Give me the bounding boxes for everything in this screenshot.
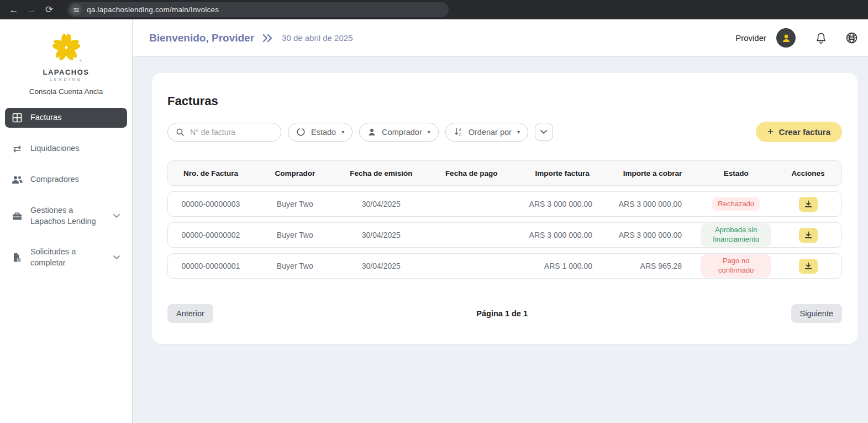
browser-back-icon[interactable]: ←	[7, 3, 21, 17]
sidebar-item-liquidaciones[interactable]: ⇄ Liquidaciones	[5, 139, 127, 159]
caret-down-icon: ▾	[428, 129, 430, 135]
browser-forward-icon[interactable]: →	[24, 3, 39, 17]
header-date: 30 de abril de 2025	[282, 33, 353, 43]
welcome-text: Bienvenido, Provider	[149, 32, 254, 44]
table-grid-icon	[12, 113, 23, 123]
issue-date: 30/04/2025	[336, 231, 426, 239]
console-label: Consola Cuenta Ancla	[0, 87, 132, 96]
ordenar-por-dropdown[interactable]: AZ Ordenar por ▾	[445, 123, 528, 142]
briefcase-icon	[12, 212, 23, 221]
person-icon	[781, 33, 792, 44]
sidebar-item-label: Compradores	[30, 174, 79, 185]
brand-name: LAPACHOS	[0, 68, 132, 76]
receivable-amount: ARS 3 000 000.00	[608, 200, 697, 208]
sidebar-item-compradores[interactable]: Compradores	[5, 170, 127, 190]
svg-text:Z: Z	[459, 132, 461, 137]
buyer-name: Buyer Two	[254, 231, 336, 239]
create-invoice-label: Crear factura	[779, 127, 830, 137]
page-info: Página 1 de 1	[476, 309, 528, 318]
double-chevron-icon	[262, 34, 273, 43]
caret-down-icon: ▾	[517, 129, 520, 135]
more-filters-toggle[interactable]	[535, 123, 553, 141]
table-row: 00000-00000001 Buyer Two 30/04/2025 ARS …	[167, 253, 842, 279]
table-header: Nro. de Factura Comprador Fecha de emisi…	[167, 160, 842, 186]
sidebar-item-label: Gestiones a Lapachos Lending	[30, 205, 105, 227]
invoice-number: 00000-00000003	[168, 200, 254, 208]
notifications-bell-icon[interactable]	[816, 32, 827, 44]
status-badge: Aprobada sin financiamiento	[701, 223, 771, 247]
status-badge: Pago no confirmado	[701, 254, 771, 278]
next-page-button[interactable]: Siguiente	[791, 304, 842, 323]
page-header: Bienvenido, Provider 30 de abril de 2025…	[133, 19, 868, 57]
person-icon	[367, 128, 376, 137]
comprador-filter-dropdown[interactable]: Comprador ▾	[359, 123, 439, 142]
pagination: Anterior Página 1 de 1 Siguiente	[167, 304, 842, 323]
sidebar-item-label: Facturas	[30, 112, 61, 123]
download-invoice-button[interactable]	[799, 228, 818, 243]
browser-reload-icon[interactable]: ⟳	[42, 3, 56, 17]
receivable-amount: ARS 3 000 000.00	[608, 231, 697, 239]
estado-filter-dropdown[interactable]: Estado ▾	[288, 123, 353, 142]
language-globe-icon[interactable]	[845, 32, 858, 44]
user-name: Provider	[735, 33, 766, 43]
sidebar-item-gestiones[interactable]: Gestiones a Lapachos Lending	[5, 201, 127, 231]
invoice-amount: ARS 3 000 000.00	[517, 231, 608, 239]
column-header: Importe a cobrar	[608, 169, 697, 177]
status-loader-icon	[296, 127, 306, 137]
previous-page-button[interactable]: Anterior	[167, 304, 213, 323]
ordenar-filter-label: Ordenar por	[469, 128, 512, 137]
download-icon	[804, 231, 812, 239]
chevron-down-icon	[540, 129, 548, 134]
table-row: 00000-00000003 Buyer Two 30/04/2025 ARS …	[167, 191, 842, 217]
sidebar-item-facturas[interactable]: Facturas	[5, 108, 127, 128]
create-invoice-button[interactable]: + Crear factura	[756, 122, 842, 142]
search-icon	[176, 128, 185, 137]
people-icon	[12, 175, 23, 184]
site-info-icon[interactable]	[70, 4, 82, 15]
swap-arrows-icon: ⇄	[12, 144, 23, 154]
column-header: Importe factura	[517, 169, 608, 177]
buyer-name: Buyer Two	[254, 262, 336, 270]
column-header: Nro. de Factura	[168, 169, 254, 177]
filter-bar: Estado ▾ Comprador ▾ AZ Ordenar por ▾	[167, 122, 842, 142]
comprador-filter-label: Comprador	[382, 128, 422, 137]
sort-alpha-icon: AZ	[454, 127, 463, 137]
download-invoice-button[interactable]	[799, 197, 818, 212]
svg-text:®: ®	[79, 59, 82, 62]
column-header: Comprador	[254, 169, 336, 177]
invoice-search-field[interactable]	[167, 123, 281, 142]
search-input[interactable]	[190, 128, 273, 137]
chevron-down-icon	[113, 213, 120, 218]
invoice-number: 00000-00000002	[168, 231, 254, 239]
invoices-card: Facturas Estado ▾ Comprador	[152, 73, 858, 344]
sidebar-item-label: Solicitudes a completar	[30, 247, 105, 268]
download-invoice-button[interactable]	[799, 259, 818, 274]
table-row: 00000-00000002 Buyer Two 30/04/2025 ARS …	[167, 222, 842, 248]
download-icon	[804, 262, 812, 270]
url-text: qa.lapachoslending.com/main/Invoices	[87, 6, 219, 14]
column-header: Fecha de pago	[426, 169, 517, 177]
content-area: Facturas Estado ▾ Comprador	[133, 57, 868, 423]
invoice-amount: ARS 3 000 000.00	[517, 200, 608, 208]
brand-logo: ® LAPACHOS LENDING Consola Cuenta Ancla	[0, 19, 132, 96]
receivable-amount: ARS 965.28	[608, 262, 697, 270]
avatar[interactable]	[776, 28, 796, 48]
caret-down-icon: ▾	[341, 129, 344, 135]
download-icon	[804, 200, 812, 208]
browser-bar: ← → ⟳ qa.lapachoslending.com/main/Invoic…	[0, 0, 868, 19]
issue-date: 30/04/2025	[336, 200, 426, 208]
issue-date: 30/04/2025	[336, 262, 426, 270]
estado-filter-label: Estado	[311, 128, 336, 137]
buyer-name: Buyer Two	[254, 200, 336, 208]
user-cluster: Provider	[735, 28, 860, 48]
sidebar-item-solicitudes[interactable]: Solicitudes a completar	[5, 242, 127, 273]
invoice-number: 00000-00000001	[168, 262, 254, 270]
sidebar-item-label: Liquidaciones	[30, 143, 80, 154]
status-badge: Rechazado	[712, 197, 760, 211]
sidebar-nav: Facturas ⇄ Liquidaciones Compradores Ges…	[0, 108, 132, 273]
column-header: Acciones	[775, 169, 841, 177]
sidebar: ® LAPACHOS LENDING Consola Cuenta Ancla …	[0, 19, 133, 423]
column-header: Fecha de emisión	[336, 169, 426, 177]
address-bar[interactable]: qa.lapachoslending.com/main/Invoices	[67, 2, 449, 17]
chevron-down-icon	[113, 255, 120, 260]
